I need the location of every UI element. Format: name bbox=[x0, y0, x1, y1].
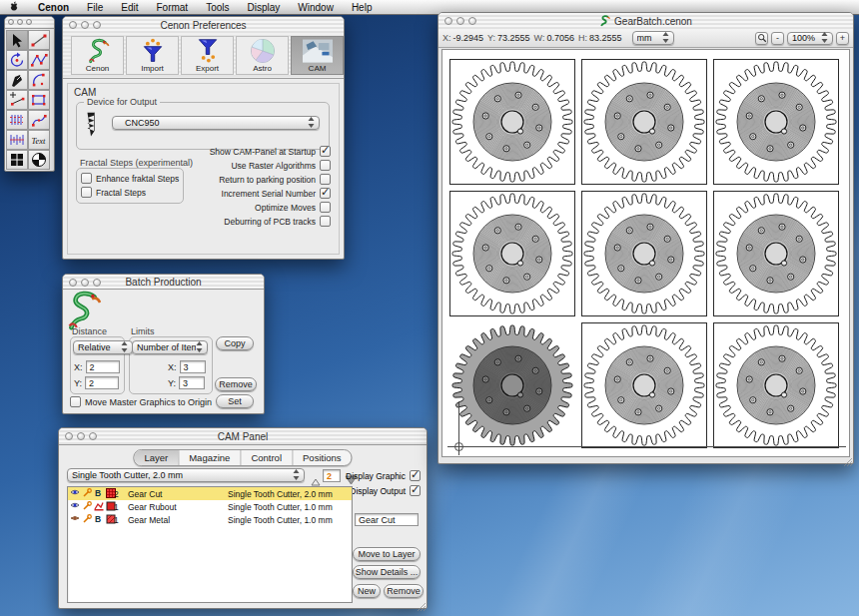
eye-blue-icon[interactable] bbox=[70, 501, 80, 512]
tool-text[interactable]: Text bbox=[28, 130, 50, 150]
prefs-tab-cam[interactable]: CAM bbox=[291, 36, 344, 75]
move-to-layer-button[interactable]: Move to Layer bbox=[353, 547, 421, 561]
minimize-button[interactable] bbox=[81, 279, 89, 287]
close-button[interactable] bbox=[65, 432, 73, 440]
copy-button[interactable]: Copy bbox=[216, 336, 254, 350]
minimize-button[interactable] bbox=[77, 432, 85, 440]
eye-blue-icon[interactable] bbox=[70, 488, 80, 499]
menu-format[interactable]: Format bbox=[147, 2, 197, 13]
device-popup[interactable]: CNC950 bbox=[112, 116, 320, 130]
distance-x-field[interactable]: 2 bbox=[86, 360, 120, 373]
zoom-out-button[interactable]: - bbox=[771, 32, 784, 45]
document-titlebar[interactable]: GearBatch.cenon bbox=[438, 13, 853, 30]
tab-layer[interactable]: Layer bbox=[134, 450, 178, 465]
close-button[interactable] bbox=[69, 21, 77, 29]
menu-window[interactable]: Window bbox=[289, 2, 343, 13]
limits-mode-popup[interactable]: Number of Items bbox=[132, 340, 208, 354]
tab-control[interactable]: Control bbox=[240, 450, 292, 465]
zoom-button[interactable] bbox=[89, 432, 97, 440]
menu-edit[interactable]: Edit bbox=[112, 2, 147, 13]
menu-cenon[interactable]: Cenon bbox=[29, 2, 78, 13]
tool-color-square[interactable] bbox=[6, 150, 28, 170]
tool-palette-titlebar[interactable] bbox=[5, 17, 54, 29]
menu-tools[interactable]: Tools bbox=[197, 2, 238, 13]
minimize-button[interactable] bbox=[81, 21, 89, 29]
close-button[interactable] bbox=[444, 17, 452, 25]
menu-file[interactable]: File bbox=[78, 2, 112, 13]
letter-b-icon[interactable]: B bbox=[94, 488, 104, 499]
tool-rotate[interactable] bbox=[6, 50, 28, 70]
set-button[interactable]: Set bbox=[216, 394, 254, 408]
new-button[interactable]: New bbox=[353, 584, 381, 598]
option-checkbox-2[interactable] bbox=[320, 174, 331, 185]
move-master-checkbox[interactable] bbox=[70, 396, 81, 407]
zoom-button[interactable] bbox=[93, 279, 101, 287]
option-checkbox-4[interactable] bbox=[320, 202, 331, 213]
prefs-tab-import[interactable]: Import bbox=[126, 36, 179, 75]
cam-panel-titlebar[interactable]: CAM Panel bbox=[59, 428, 427, 445]
option-checkbox-0[interactable] bbox=[320, 146, 331, 157]
option-checkbox-1[interactable] bbox=[320, 160, 331, 171]
limits-x-field[interactable]: 3 bbox=[180, 360, 206, 373]
tool-pen[interactable] bbox=[6, 70, 28, 90]
show-details-button[interactable]: Show Details ... bbox=[353, 565, 421, 579]
close-button[interactable] bbox=[69, 279, 77, 287]
tool-select-arrow[interactable] bbox=[6, 30, 28, 50]
prefs-tab-cenon[interactable]: Cenon bbox=[71, 36, 124, 75]
letter-b-icon[interactable]: B bbox=[94, 514, 104, 525]
tool-polyline[interactable] bbox=[28, 50, 50, 70]
tool-web[interactable] bbox=[28, 150, 50, 170]
menu-display[interactable]: Display bbox=[239, 2, 290, 13]
wrench-icon[interactable] bbox=[82, 488, 92, 499]
apple-menu-icon[interactable] bbox=[0, 1, 29, 13]
zoom-button[interactable] bbox=[93, 21, 101, 29]
zoom-button[interactable] bbox=[468, 17, 476, 25]
prefs-tab-astro[interactable]: Astro bbox=[236, 36, 289, 75]
minimize-button[interactable] bbox=[456, 17, 464, 25]
layer-name-field[interactable]: Gear Cut bbox=[355, 513, 419, 526]
preferences-titlebar[interactable]: Cenon Preferences bbox=[63, 17, 344, 34]
zoom-in-button[interactable]: + bbox=[836, 32, 849, 45]
layer-row-gear-metal[interactable]: B1Gear MetalSingle Tooth Cutter, 1.0 mm bbox=[68, 513, 352, 526]
layer-row-gear-rubout[interactable]: 1Gear RuboutSingle Tooth Cutter, 1.0 mm bbox=[68, 500, 352, 513]
tool-line[interactable] bbox=[28, 30, 50, 50]
minimize-button[interactable] bbox=[17, 19, 23, 25]
tool-sinking[interactable] bbox=[6, 130, 28, 150]
zoom-popup[interactable]: 100% bbox=[787, 32, 833, 45]
resize-grip[interactable] bbox=[416, 597, 426, 607]
option-checkbox-3[interactable] bbox=[320, 188, 331, 199]
tool-spline[interactable] bbox=[28, 110, 50, 130]
tool-mark[interactable] bbox=[6, 90, 28, 110]
remove-button[interactable]: Remove bbox=[215, 377, 257, 391]
eye-brown-icon[interactable] bbox=[70, 514, 80, 525]
fractal-checkbox-1[interactable] bbox=[81, 187, 92, 198]
batch-titlebar[interactable]: Batch Production bbox=[63, 275, 264, 290]
document-canvas[interactable] bbox=[441, 49, 850, 457]
zoom-button[interactable] bbox=[26, 19, 32, 25]
menu-help[interactable]: Help bbox=[343, 2, 382, 13]
tab-positions[interactable]: Positions bbox=[292, 450, 352, 465]
tab-magazine[interactable]: Magazine bbox=[178, 450, 240, 465]
close-button[interactable] bbox=[8, 19, 14, 25]
wrench-icon[interactable] bbox=[82, 501, 92, 512]
layer-list[interactable]: B2Gear CutSingle Tooth Cutter, 2.0 mm1Ge… bbox=[67, 486, 353, 603]
distance-y-field[interactable]: 2 bbox=[85, 376, 119, 389]
display-graphic-checkbox[interactable] bbox=[410, 470, 421, 481]
magnify-tool-button[interactable] bbox=[755, 32, 768, 45]
resize-grip[interactable] bbox=[842, 452, 852, 462]
display-output-checkbox[interactable] bbox=[410, 485, 421, 496]
distance-mode-popup[interactable]: Relative bbox=[73, 340, 133, 354]
remove-layer-button[interactable]: Remove bbox=[384, 584, 424, 598]
wrench-icon[interactable] bbox=[82, 514, 92, 525]
tool-arc[interactable] bbox=[28, 70, 50, 90]
layer-number-field[interactable]: 2 bbox=[323, 469, 341, 482]
tool-rectangle[interactable] bbox=[28, 90, 50, 110]
option-checkbox-5[interactable] bbox=[320, 216, 331, 227]
tool-select-popup[interactable]: Single Tooth Cutter, 2.0 mm bbox=[67, 468, 305, 482]
unit-popup[interactable]: mm bbox=[632, 31, 674, 45]
prefs-tab-export[interactable]: Export bbox=[181, 36, 234, 75]
limits-y-field[interactable]: 3 bbox=[179, 376, 205, 389]
machine-red-icon[interactable] bbox=[94, 501, 104, 512]
layer-row-gear-cut[interactable]: B2Gear CutSingle Tooth Cutter, 2.0 mm bbox=[68, 487, 352, 500]
fractal-checkbox-0[interactable] bbox=[81, 173, 92, 184]
